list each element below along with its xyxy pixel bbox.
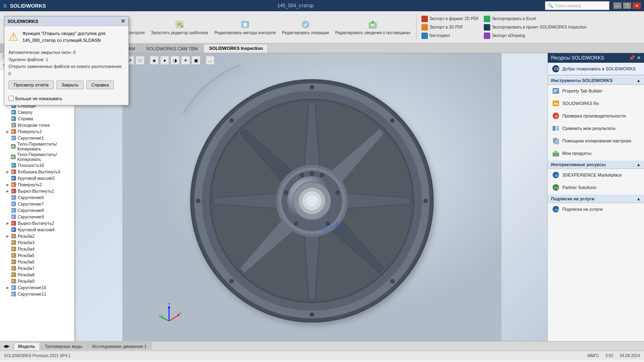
- tree-item-6[interactable]: P Сверху: [0, 109, 74, 115]
- svg-text:P: P: [12, 228, 14, 231]
- tree-item-13[interactable]: P Плоскость16: [0, 162, 74, 169]
- panel-close-icon[interactable]: ✕: [637, 55, 641, 61]
- dialog-close-button[interactable]: Закрыть: [56, 80, 84, 89]
- vt-view-btn[interactable]: ◈: [150, 56, 159, 65]
- sw-rx-item[interactable]: Rx SOLIDWORKS Rx: [548, 97, 644, 110]
- tree-label-31: Резьба9: [18, 279, 35, 284]
- section-subscription-title[interactable]: Подписка на услуги ▲: [548, 195, 644, 203]
- restore-button[interactable]: ❐: [623, 2, 631, 9]
- vt-more-btn[interactable]: …: [206, 56, 215, 65]
- compare-results-item[interactable]: Сравнить мои результаты: [548, 122, 644, 135]
- net-inspect-button[interactable]: Net-Inspect: [420, 32, 481, 40]
- tree-item-12[interactable]: M Тело-Переместить/Копировать: [0, 152, 74, 162]
- copy-settings-item[interactable]: Помощник копирования настроек: [548, 135, 644, 147]
- export-excel-button[interactable]: Экспортировать в Excel: [482, 15, 588, 23]
- tree-arrow-31: [6, 280, 10, 283]
- tree-item-31[interactable]: T Резьба9: [0, 278, 74, 284]
- run-template-button[interactable]: Запустить редактор шаблонов: [149, 17, 211, 37]
- tree-item-21[interactable]: F Скругление9: [0, 214, 74, 220]
- tree-item-7[interactable]: P Справа: [0, 115, 74, 122]
- property-tab-builder-item[interactable]: Property Tab Builder: [548, 85, 644, 97]
- export-edrawing-button[interactable]: Экспорт eDrawing: [482, 32, 588, 40]
- search-bar[interactable]: 🔍 Поиск команд: [545, 1, 609, 10]
- tree-item-17[interactable]: ▶ C Вырез-Вытянуть1: [0, 188, 74, 194]
- export-solidworks-button[interactable]: Экспортировать в проект SOLIDWORKS Inspe…: [482, 23, 588, 31]
- tree-item-15[interactable]: P Круговой массив3: [0, 175, 74, 181]
- btab-model[interactable]: Модель: [14, 342, 40, 350]
- section-tools-arrow: ▲: [636, 78, 641, 83]
- tree-item-26[interactable]: T Резьба4: [0, 246, 74, 252]
- vt-display-btn[interactable]: ●: [160, 56, 169, 65]
- tree-item-25[interactable]: T Резьба3: [0, 239, 74, 246]
- tree-item-8[interactable]: O Исходная точка: [0, 122, 74, 128]
- tree-icon-6: P: [11, 109, 17, 115]
- subscription-item[interactable]: SW Подписка на услуги: [548, 203, 644, 216]
- tree-item-28[interactable]: T Резьба6: [0, 259, 74, 265]
- svg-line-123: [161, 317, 169, 321]
- dialog-help-button[interactable]: Справка: [86, 80, 114, 89]
- tree-item-30[interactable]: T Резьба8: [0, 272, 74, 278]
- btab-left-arrow[interactable]: ◀: [3, 344, 6, 348]
- tree-icon-7: P: [11, 116, 17, 121]
- tree-item-29[interactable]: T Резьба7: [0, 265, 74, 272]
- btab-right-arrow[interactable]: ▶: [6, 344, 10, 348]
- edit-methods-button[interactable]: Редактировать методы контроля: [212, 17, 278, 37]
- tree-icon-9: R: [11, 129, 17, 134]
- svg-point-108: [310, 85, 314, 89]
- dialog-report-button[interactable]: Просмотр отчета: [8, 80, 54, 89]
- section-tools-title[interactable]: Инструменты SOLIDWORKS ▲: [548, 76, 644, 85]
- tree-item-23[interactable]: P Круговой массив4: [0, 226, 74, 233]
- section-resources-title[interactable]: Интерактивные ресурсы ▲: [548, 160, 644, 169]
- tab-sw-inspection[interactable]: SOLIDWORKS Inspection: [204, 44, 268, 53]
- status-date: 04.08.2024: [620, 354, 640, 358]
- my-products-item[interactable]: Мои продукты: [548, 147, 644, 160]
- no-show-checkbox[interactable]: [8, 96, 14, 101]
- app-logo: S: [3, 3, 7, 9]
- export-2dpdf-label: Экспорт в формат 2D PDF: [429, 16, 479, 21]
- svg-point-110: [423, 199, 428, 203]
- my-products-label: Мои продукты: [562, 151, 591, 156]
- tree-label-16: Повернуть2: [18, 182, 42, 187]
- performance-check-item[interactable]: ⚡ Проверка производительности: [548, 110, 644, 122]
- minimize-button[interactable]: —: [613, 2, 621, 9]
- vt-section-btn[interactable]: ◑: [171, 56, 180, 65]
- marketplace-item[interactable]: 3D 3DEXPERIENCE Marketplace: [548, 169, 644, 181]
- tree-item-19[interactable]: F Скругление7: [0, 201, 74, 207]
- partner-item[interactable]: PS Partner Solutions: [548, 181, 644, 194]
- export-3dpdf-button[interactable]: Экспорт в 3D PDF: [420, 23, 481, 31]
- vt-appear-btn[interactable]: ▣: [192, 56, 200, 65]
- tree-item-22[interactable]: ▶ C Вырез-Вытянуть2: [0, 220, 74, 226]
- tree-item-20[interactable]: F Скругление8: [0, 207, 74, 214]
- edit-supplier-button[interactable]: Редактировать сведения о поставщиках: [333, 17, 413, 37]
- tree-icon-17: C: [11, 188, 17, 194]
- tree-item-27[interactable]: T Резьба5: [0, 252, 74, 259]
- tree-item-18[interactable]: F Скругление6: [0, 194, 74, 201]
- tab-sw-cam-tbm[interactable]: SOLIDWORKS CAM TBM: [141, 44, 203, 53]
- close-button[interactable]: ✕: [633, 2, 641, 9]
- tree-item-11[interactable]: M Тело-Переместить/Копировать: [0, 141, 74, 152]
- dialog-buttons: Просмотр отчета Закрыть Справка: [4, 80, 128, 93]
- tree-label-29: Резьба7: [18, 266, 35, 271]
- dialog-close-icon[interactable]: ✕: [121, 18, 125, 24]
- bottom-tab-arrows: ◀ ▶: [3, 344, 10, 348]
- tree-item-9[interactable]: ▶ R Повернуть1: [0, 128, 74, 135]
- tree-label-15: Круговой массив3: [18, 176, 55, 181]
- tree-item-24[interactable]: ▶ T Резьба2: [0, 233, 74, 239]
- btab-3d-views[interactable]: Трехмерные виды: [41, 342, 87, 350]
- tree-item-16[interactable]: ▶ R Повернуть2: [0, 181, 74, 188]
- tree-item-10[interactable]: F Скругление1: [0, 135, 74, 141]
- btab-motion[interactable]: Исследование движения 1: [87, 342, 151, 350]
- tree-label-22: Вырез-Вытянуть2: [18, 221, 54, 226]
- svg-text:T: T: [12, 248, 14, 251]
- vt-light-btn[interactable]: ☀: [181, 56, 190, 65]
- tree-item-14[interactable]: ▶ E Бобышка-Вытянуть3: [0, 169, 74, 175]
- panel-pin-icon[interactable]: 📌: [629, 55, 635, 61]
- tree-item-33[interactable]: F Скругление11: [0, 291, 74, 297]
- svg-text:F: F: [12, 209, 14, 212]
- export-2dpdf-button[interactable]: Экспорт в формат 2D PDF: [420, 15, 481, 23]
- edit-ops-button[interactable]: Редактировать операции: [280, 17, 331, 37]
- tree-arrow-32: ▶: [6, 286, 10, 289]
- tree-item-32[interactable]: ▶ F Скругление10: [0, 284, 74, 291]
- vt-fit-btn[interactable]: □: [136, 56, 144, 65]
- dialog-message: Функция "Открыть сводку" доступна для 14…: [23, 30, 124, 43]
